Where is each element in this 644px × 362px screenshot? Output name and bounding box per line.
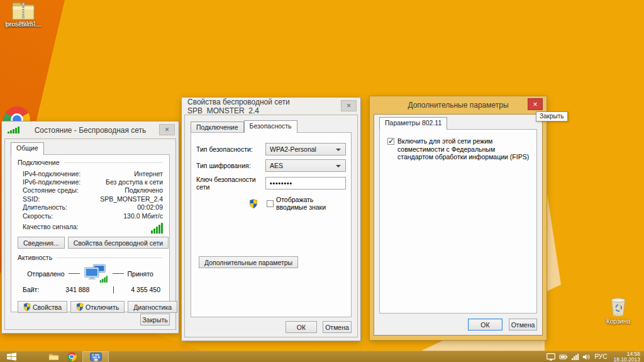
clock[interactable]: 14:56 18.10.2013 bbox=[611, 351, 640, 362]
cancel-button[interactable]: Отмена bbox=[509, 319, 537, 331]
show-characters-checkbox[interactable] bbox=[267, 200, 274, 207]
encryption-type-label: Тип шифрования: bbox=[196, 162, 265, 169]
taskbar-file-explorer[interactable] bbox=[44, 351, 63, 362]
zip-folder-icon bbox=[12, 0, 35, 20]
wireless-properties-button[interactable]: Свойства беспроводной сети bbox=[68, 237, 169, 249]
bytes-sent-value: 341 888 bbox=[65, 286, 89, 293]
tray-power-icon[interactable] bbox=[559, 353, 568, 361]
desktop-icon-label: Корзина bbox=[606, 318, 630, 325]
close-icon[interactable]: × bbox=[528, 98, 543, 110]
show-characters-label: Отображать вводимые знаки bbox=[276, 196, 346, 211]
fips-checkbox-label: Включить для этой сети режим совместимос… bbox=[397, 137, 530, 161]
signal-quality-icon bbox=[151, 223, 163, 234]
bytes-received-value: 4 355 450 bbox=[131, 286, 160, 293]
tab-general[interactable]: Общие bbox=[11, 142, 44, 155]
security-type-label: Тип безопасности: bbox=[196, 145, 265, 153]
dialog-body: Общие Подключение IPv4-подключение:Интер… bbox=[4, 139, 176, 330]
network-activity-icon bbox=[84, 264, 109, 283]
tray-network-icon[interactable] bbox=[572, 354, 579, 360]
activity-group-label: Активность bbox=[18, 254, 163, 261]
window-title: Дополнительные параметры bbox=[374, 101, 543, 110]
cancel-button[interactable]: Отмена bbox=[323, 321, 352, 333]
tray-volume-icon[interactable] bbox=[582, 353, 591, 361]
window-title: Свойства беспроводной сети SPB_MONSTER_2… bbox=[187, 98, 358, 115]
wireless-properties-window: Свойства беспроводной сети SPB_MONSTER_2… bbox=[182, 98, 360, 341]
network-key-input[interactable]: •••••••• bbox=[265, 177, 346, 189]
bytes-row: Байт: 341 888 4 355 450 bbox=[18, 286, 163, 293]
close-icon[interactable]: × bbox=[341, 100, 357, 111]
uac-shield-icon bbox=[23, 303, 31, 311]
status-row: Длительность:00:02:09 bbox=[23, 203, 163, 212]
control-panel-window-icon bbox=[90, 353, 102, 361]
taskbar-network-settings-active[interactable] bbox=[82, 351, 109, 362]
received-label: Принято bbox=[128, 270, 153, 278]
taskbar-chrome[interactable] bbox=[63, 351, 80, 362]
start-button[interactable] bbox=[0, 351, 23, 362]
sent-label: Отправлено bbox=[27, 270, 64, 278]
advanced-settings-button[interactable]: Дополнительные параметры bbox=[199, 256, 298, 268]
tabstrip: Общие bbox=[11, 142, 44, 154]
recycle-bin-icon bbox=[609, 297, 628, 317]
desktop-icon-label: prosetwm-... bbox=[6, 21, 40, 28]
tabstrip: Параметры 802.11 bbox=[379, 116, 447, 129]
divider bbox=[113, 286, 114, 293]
tabstrip: Подключение Безопасность bbox=[191, 120, 297, 132]
folder-icon bbox=[48, 353, 59, 361]
windows-logo-icon bbox=[7, 353, 16, 361]
tab-security[interactable]: Безопасность bbox=[244, 120, 297, 133]
dialog-body: Параметры 802.11 Включить для этой сети … bbox=[374, 114, 543, 336]
titlebar[interactable]: Состояние - Беспроводная сеть × bbox=[4, 122, 176, 139]
close-button[interactable]: Закрыть bbox=[140, 314, 170, 325]
tab-page: Подключение IPv4-подключение:Интернет IP… bbox=[11, 154, 170, 312]
tab-80211-parameters[interactable]: Параметры 802.11 bbox=[379, 117, 447, 130]
clock-date: 18.10.2013 bbox=[613, 357, 640, 362]
desktop-icon-prosetwm-zip[interactable]: prosetwm-... bbox=[0, 0, 47, 28]
ok-button[interactable]: ОК bbox=[468, 319, 502, 331]
window-title: Состояние - Беспроводная сеть bbox=[4, 126, 176, 135]
close-tooltip: Закрыть bbox=[536, 111, 568, 122]
tray-monitor-icon[interactable] bbox=[547, 353, 555, 361]
close-icon[interactable]: × bbox=[159, 124, 175, 135]
titlebar[interactable]: Свойства беспроводной сети SPB_MONSTER_2… bbox=[184, 98, 358, 115]
status-row: Скорость:130.0 Мбит/с bbox=[23, 212, 163, 220]
status-row: IPv6-подключение:Без доступа к сети bbox=[23, 178, 163, 186]
fips-checkbox[interactable] bbox=[387, 138, 394, 145]
diagnostics-button[interactable]: Диагностика bbox=[128, 301, 177, 313]
signal-quality-row: Качество сигнала: bbox=[23, 220, 163, 234]
status-row: Состояние среды:Подключено bbox=[23, 186, 163, 195]
status-row: SSID:SPB_MONSTER_2.4 bbox=[23, 195, 163, 203]
security-type-select[interactable]: WPA2-Personal bbox=[265, 143, 346, 156]
status-row: IPv4-подключение:Интернет bbox=[23, 169, 163, 178]
disable-button[interactable]: Отключить bbox=[70, 301, 125, 313]
ok-button[interactable]: ОК bbox=[286, 321, 317, 333]
tab-page: Включить для этой сети режим совместимос… bbox=[379, 129, 537, 314]
uac-shield-icon bbox=[249, 199, 258, 208]
tab-page: Тип безопасности: WPA2-Personal Тип шифр… bbox=[191, 132, 352, 317]
language-indicator[interactable]: РУС bbox=[594, 353, 607, 360]
dash bbox=[113, 273, 124, 274]
uac-shield-icon bbox=[76, 303, 84, 311]
system-tray: РУС 14:56 18.10.2013 bbox=[547, 351, 644, 362]
chrome-icon bbox=[67, 352, 77, 361]
encryption-type-select[interactable]: AES bbox=[265, 159, 346, 172]
adapter-properties-button[interactable]: Свойства bbox=[18, 301, 67, 313]
details-button[interactable]: Сведения... bbox=[18, 237, 65, 249]
tab-connection[interactable]: Подключение bbox=[191, 122, 244, 132]
windows-desktop: { "desktop": { "icon1_label": "heci-2013… bbox=[0, 0, 644, 362]
wireless-status-window: Состояние - Беспроводная сеть × Общие По… bbox=[2, 122, 179, 333]
dialog-body: Подключение Безопасность Тип безопасност… bbox=[184, 115, 358, 337]
titlebar[interactable]: Дополнительные параметры × bbox=[374, 96, 543, 114]
advanced-settings-window: Дополнительные параметры × Параметры 802… bbox=[370, 96, 547, 340]
network-key-label: Ключ безопасности сети bbox=[196, 176, 265, 191]
desktop-icon-recycle-bin[interactable]: Корзина bbox=[595, 297, 641, 325]
connection-group-label: Подключение bbox=[18, 159, 163, 166]
taskbar: РУС 14:56 18.10.2013 bbox=[0, 351, 644, 362]
dash bbox=[69, 273, 80, 274]
